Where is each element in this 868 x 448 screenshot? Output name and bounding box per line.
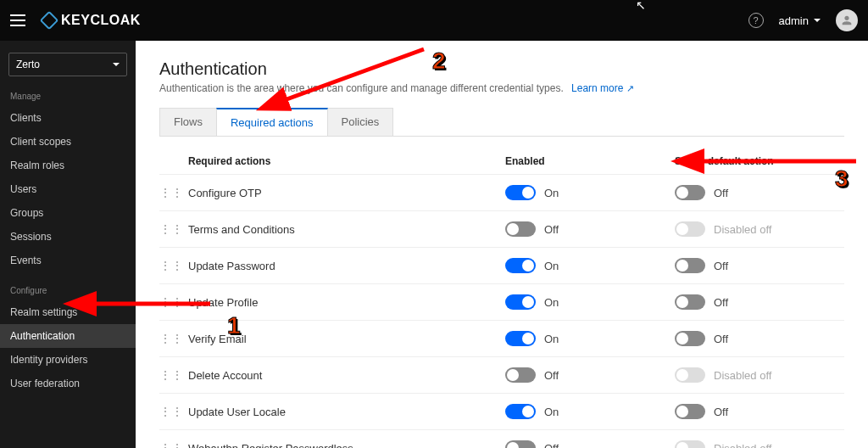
drag-handle-icon[interactable]: ⋮⋮ <box>159 441 185 448</box>
table-header: Required actions Enabled Set as default … <box>159 148 844 174</box>
default-toggle[interactable] <box>675 331 705 346</box>
enabled-label: On <box>544 187 559 199</box>
drag-handle-icon[interactable]: ⋮⋮ <box>159 295 185 309</box>
default-toggle[interactable] <box>675 294 705 310</box>
drag-handle-icon[interactable]: ⋮⋮ <box>159 259 185 272</box>
enabled-label: On <box>544 333 559 345</box>
logo: KEYCLOAK <box>42 13 141 28</box>
logo-text: KEYCLOAK <box>61 13 141 28</box>
sidebar-item-client-scopes[interactable]: Client scopes <box>0 130 136 154</box>
main-content: Authentication Authentication is the are… <box>136 41 868 448</box>
table-row: ⋮⋮Terms and ConditionsOffDisabled off <box>159 210 844 247</box>
table-row: ⋮⋮Update User LocaleOnOff <box>159 393 844 429</box>
table-row: ⋮⋮Update ProfileOnOff <box>159 283 844 320</box>
page-description: Authentication is the area where you can… <box>159 82 844 94</box>
default-toggle[interactable] <box>675 258 705 273</box>
default-toggle[interactable] <box>675 185 705 200</box>
sidebar-item-realm-roles[interactable]: Realm roles <box>0 154 136 177</box>
sidebar-item-sessions[interactable]: Sessions <box>0 225 136 249</box>
drag-handle-icon[interactable]: ⋮⋮ <box>159 368 185 382</box>
section-configure-label: Configure <box>0 281 136 300</box>
enabled-toggle[interactable] <box>505 404 536 419</box>
tabs: FlowsRequired actionsPolicies <box>159 108 844 137</box>
default-label: Off <box>714 260 728 272</box>
chevron-down-icon <box>113 63 120 66</box>
tab-flows[interactable]: Flows <box>159 108 217 136</box>
sidebar-item-groups[interactable]: Groups <box>0 201 136 225</box>
sidebar-item-user-federation[interactable]: User federation <box>0 372 136 395</box>
col-header-name: Required actions <box>185 155 505 167</box>
default-label: Disabled off <box>714 442 771 449</box>
section-manage-label: Manage <box>0 87 136 106</box>
default-toggle <box>675 221 705 237</box>
sidebar-item-realm-settings[interactable]: Realm settings <box>0 300 136 324</box>
default-toggle <box>675 367 705 383</box>
enabled-label: Off <box>544 442 559 449</box>
enabled-toggle[interactable] <box>505 331 536 346</box>
col-header-enabled: Enabled <box>505 155 675 167</box>
drag-handle-icon[interactable]: ⋮⋮ <box>159 186 185 199</box>
row-name: Webauthn Register Passwordless <box>185 442 505 449</box>
default-toggle <box>675 440 705 448</box>
table-row: ⋮⋮Delete AccountOffDisabled off <box>159 356 844 393</box>
topbar: KEYCLOAK ? admin ↖ <box>0 0 868 41</box>
enabled-label: On <box>544 260 559 272</box>
user-menu[interactable]: admin <box>779 14 821 27</box>
learn-more-link[interactable]: Learn more ↗ <box>571 82 634 94</box>
default-toggle[interactable] <box>675 404 705 419</box>
realm-selector[interactable]: Zerto <box>8 53 127 76</box>
table-row: ⋮⋮Update PasswordOnOff <box>159 247 844 283</box>
default-label: Off <box>714 333 728 345</box>
enabled-toggle[interactable] <box>505 185 536 200</box>
default-label: Off <box>714 296 728 309</box>
sidebar-item-authentication[interactable]: Authentication <box>0 324 136 348</box>
row-name: Update User Locale <box>185 406 505 418</box>
sidebar-item-identity-providers[interactable]: Identity providers <box>0 348 136 372</box>
row-name: Update Password <box>185 260 505 272</box>
default-label: Disabled off <box>714 369 771 382</box>
menu-toggle-icon[interactable] <box>10 10 31 31</box>
drag-handle-icon[interactable]: ⋮⋮ <box>159 332 185 345</box>
row-name: Verify Email <box>185 333 505 345</box>
tab-policies[interactable]: Policies <box>327 108 394 136</box>
logo-icon <box>40 11 59 31</box>
help-icon[interactable]: ? <box>748 13 764 28</box>
drag-handle-icon[interactable]: ⋮⋮ <box>159 405 185 418</box>
row-name: Configure OTP <box>185 187 505 199</box>
default-label: Off <box>714 406 728 418</box>
sidebar-item-users[interactable]: Users <box>0 177 136 201</box>
chevron-down-icon <box>814 19 821 22</box>
row-name: Delete Account <box>185 369 505 382</box>
user-label: admin <box>779 14 809 27</box>
table-row: ⋮⋮Webauthn Register PasswordlessOffDisab… <box>159 429 844 448</box>
enabled-toggle[interactable] <box>505 258 536 273</box>
realm-selected-label: Zerto <box>16 59 40 70</box>
page-title: Authentication <box>159 59 844 79</box>
enabled-label: Off <box>544 369 559 382</box>
tab-required-actions[interactable]: Required actions <box>216 108 328 136</box>
enabled-toggle[interactable] <box>505 367 536 383</box>
enabled-label: On <box>544 406 559 418</box>
cursor-icon: ↖ <box>636 0 646 12</box>
enabled-label: On <box>544 296 559 309</box>
default-label: Off <box>714 187 728 199</box>
enabled-toggle[interactable] <box>505 221 536 237</box>
row-name: Terms and Conditions <box>185 223 505 236</box>
row-name: Update Profile <box>185 296 505 309</box>
enabled-toggle[interactable] <box>505 440 536 448</box>
sidebar-item-clients[interactable]: Clients <box>0 106 136 130</box>
table-row: ⋮⋮Verify EmailOnOff <box>159 320 844 356</box>
sidebar: Zerto Manage ClientsClient scopesRealm r… <box>0 41 136 448</box>
default-label: Disabled off <box>714 223 771 236</box>
table-row: ⋮⋮Configure OTPOnOff <box>159 174 844 210</box>
enabled-label: Off <box>544 223 559 236</box>
avatar[interactable] <box>836 9 858 31</box>
sidebar-item-events[interactable]: Events <box>0 249 136 272</box>
enabled-toggle[interactable] <box>505 294 536 310</box>
external-link-icon: ↗ <box>626 83 634 93</box>
drag-handle-icon[interactable]: ⋮⋮ <box>159 222 185 236</box>
col-header-default: Set as default action <box>675 155 844 167</box>
